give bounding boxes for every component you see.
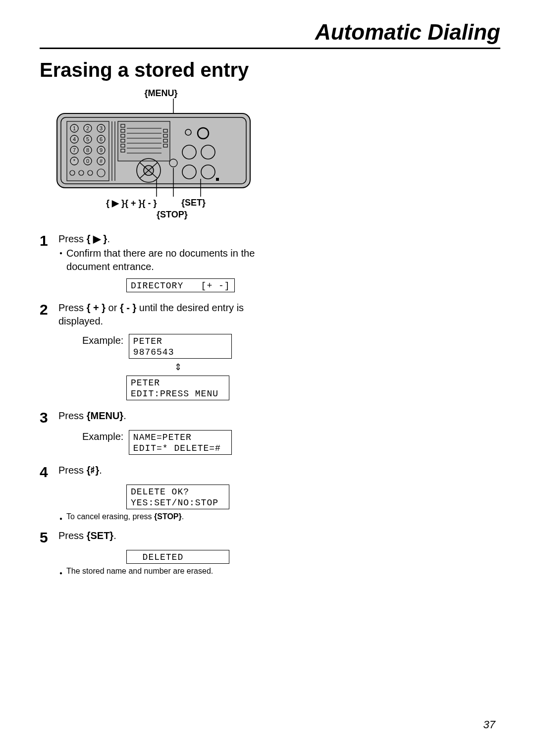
- hash-key-ref: {♯}: [87, 465, 100, 476]
- lcd-display: DELETED: [126, 550, 229, 564]
- svg-text:8: 8: [86, 147, 89, 153]
- svg-text:2: 2: [86, 125, 89, 131]
- svg-rect-36: [121, 129, 125, 132]
- svg-rect-62: [216, 178, 219, 181]
- svg-rect-42: [163, 134, 167, 137]
- step-number: 4: [40, 464, 58, 480]
- text: .: [99, 465, 102, 476]
- text: Press: [58, 233, 87, 244]
- text: Press: [58, 410, 87, 421]
- svg-text:1: 1: [73, 125, 76, 131]
- title-rule: [40, 48, 500, 49]
- nav-keys-label: { ▶ }{ + }{ - }: [106, 198, 157, 209]
- svg-point-56: [185, 129, 191, 135]
- svg-rect-41: [163, 129, 167, 132]
- step-number: 2: [40, 301, 58, 317]
- svg-rect-34: [118, 121, 170, 161]
- svg-text:9: 9: [100, 147, 103, 153]
- minus-key-ref: { - }: [120, 302, 136, 313]
- svg-text:4: 4: [73, 136, 76, 142]
- step-number: 1: [40, 232, 58, 248]
- svg-rect-39: [121, 144, 125, 147]
- text: Press: [58, 465, 87, 476]
- device-diagram: {MENU} 123 456 789 *0#: [50, 88, 258, 227]
- set-key-ref: {SET}: [87, 530, 113, 541]
- device-panel-illustration: 123 456 789 *0#: [54, 99, 253, 198]
- text: Press: [58, 530, 87, 541]
- up-down-arrow-icon: ⇕: [126, 359, 229, 376]
- bullet-text: The stored name and number are erased.: [66, 567, 213, 576]
- svg-text:0: 0: [86, 158, 89, 164]
- example-label: Example:: [82, 334, 123, 346]
- svg-text:5: 5: [86, 136, 89, 142]
- svg-rect-38: [121, 139, 125, 142]
- stop-key-label: {STOP}: [157, 210, 188, 220]
- svg-point-58: [182, 145, 196, 159]
- step-5: 5 Press {SET}.: [40, 529, 260, 545]
- set-key-label: {SET}: [181, 198, 206, 208]
- play-key-ref: { ▶ }: [87, 233, 107, 244]
- svg-text:7: 7: [73, 147, 76, 153]
- step-number: 5: [40, 529, 58, 545]
- diagram-bottom-labels: { ▶ }{ + }{ - } {SET} {STOP}: [50, 198, 258, 227]
- steps-column: 1 Press { ▶ }. Confirm that there are no…: [40, 232, 260, 580]
- step-number: 3: [40, 409, 58, 425]
- step-3: 3 Press {MENU}.: [40, 409, 260, 425]
- text: .: [182, 512, 184, 521]
- text: Press: [58, 302, 87, 313]
- svg-point-59: [201, 145, 215, 159]
- svg-text:6: 6: [100, 136, 103, 142]
- lcd-display: PETER EDIT:PRESS MENU: [126, 376, 229, 400]
- text: .: [107, 233, 110, 244]
- step-1: 1 Press { ▶ }. Confirm that there are no…: [40, 232, 260, 273]
- step-2: 2 Press { + } or { - } until the desired…: [40, 301, 260, 329]
- svg-text:#: #: [100, 158, 103, 164]
- text: To cancel erasing, press: [66, 512, 154, 521]
- svg-rect-44: [163, 144, 167, 147]
- bullet-text: Confirm that there are no documents in t…: [66, 247, 260, 273]
- svg-rect-35: [121, 124, 125, 127]
- doc-title: Automatic Dialing: [40, 20, 500, 48]
- section-title: Erasing a stored entry: [40, 59, 500, 81]
- svg-point-51: [169, 159, 177, 167]
- svg-point-60: [182, 165, 196, 179]
- svg-rect-37: [121, 134, 125, 137]
- text: .: [113, 530, 116, 541]
- lcd-display: DIRECTORY [+ -]: [126, 278, 235, 292]
- lcd-display: NAME=PETER EDIT=* DELETE=#: [129, 430, 232, 455]
- text: or: [106, 302, 120, 313]
- step-4: 4 Press {♯}.: [40, 464, 260, 480]
- svg-point-61: [201, 165, 215, 179]
- page-number: 37: [483, 718, 495, 731]
- svg-rect-43: [163, 139, 167, 142]
- plus-key-ref: { + }: [87, 302, 106, 313]
- svg-text:3: 3: [100, 125, 103, 131]
- menu-callout-label: {MENU}: [144, 88, 177, 98]
- svg-text:*: *: [73, 158, 76, 164]
- svg-rect-40: [121, 149, 125, 152]
- lcd-display: PETER 9876543: [129, 334, 232, 359]
- menu-key-ref: {MENU}: [87, 410, 123, 421]
- text: .: [123, 410, 126, 421]
- stop-key-ref: {STOP}: [154, 512, 182, 521]
- lcd-display: DELETE OK? YES:SET/NO:STOP: [126, 485, 229, 509]
- example-label: Example:: [82, 430, 123, 442]
